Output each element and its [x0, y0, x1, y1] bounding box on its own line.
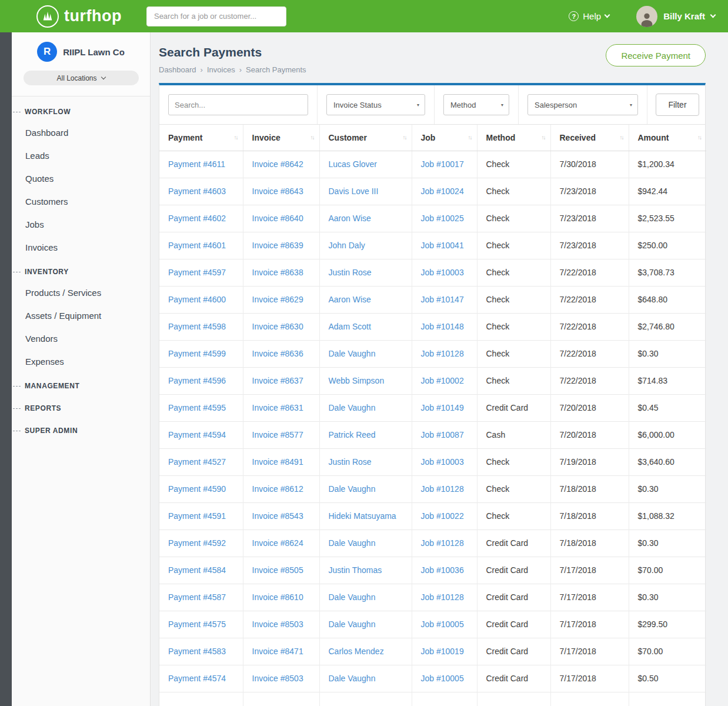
column-header-method[interactable]: Method↑↓ — [477, 125, 550, 151]
job-cell[interactable]: Job #10041 — [421, 241, 464, 250]
job-cell[interactable]: Job #10017 — [421, 159, 464, 169]
job-cell[interactable]: Job #10128 — [421, 484, 464, 494]
invoice-status-select[interactable]: Invoice Status ▾ — [326, 94, 425, 115]
sort-icon[interactable]: ↑↓ — [403, 134, 406, 141]
invoice-cell[interactable]: Invoice #8543 — [252, 511, 303, 521]
invoice-cell[interactable]: Invoice #8629 — [252, 295, 303, 304]
payments-search-input[interactable] — [168, 94, 308, 115]
customer-cell[interactable]: Dale Vaughn — [329, 403, 376, 412]
customer-cell[interactable]: Davis Love III — [329, 187, 379, 196]
job-cell[interactable]: Job #10149 — [421, 403, 464, 412]
invoice-cell[interactable]: Invoice #8610 — [252, 592, 303, 602]
column-header-amount[interactable]: Amount↑↓ — [629, 125, 706, 151]
payment-cell[interactable]: Payment #4598 — [168, 322, 226, 331]
job-cell[interactable]: Job #10003 — [421, 457, 464, 467]
job-cell[interactable]: Job #10147 — [421, 295, 464, 304]
invoice-cell[interactable]: Invoice #8639 — [252, 241, 303, 250]
job-cell[interactable]: Job #10036 — [421, 565, 464, 575]
job-cell[interactable]: Job #10128 — [421, 538, 464, 548]
payment-cell[interactable]: Payment #4592 — [168, 538, 226, 548]
breadcrumb-item-dashboard[interactable]: Dashboard — [159, 65, 196, 74]
invoice-cell[interactable]: Invoice #8505 — [252, 565, 303, 575]
payment-cell[interactable]: Payment #4603 — [168, 187, 226, 196]
column-header-payment[interactable]: Payment↑↓ — [159, 125, 243, 151]
invoice-cell[interactable]: Invoice #8643 — [252, 187, 303, 196]
customer-cell[interactable]: Dale Vaughn — [329, 592, 376, 602]
payment-cell[interactable]: Payment #4587 — [168, 592, 226, 602]
customer-cell[interactable]: John Daly — [329, 241, 365, 250]
customer-cell[interactable]: Patrick Reed — [329, 430, 376, 439]
sidebar-section-workflow[interactable]: WORKFLOW — [12, 99, 150, 121]
payment-cell[interactable]: Payment #4597 — [168, 268, 226, 277]
job-cell[interactable]: Job #10148 — [421, 322, 464, 331]
filter-button[interactable]: Filter — [656, 94, 699, 116]
sidebar-item-leads[interactable]: Leads — [12, 144, 150, 167]
sidebar-item-invoices[interactable]: Invoices — [12, 236, 150, 259]
sidebar-section-reports[interactable]: REPORTS — [12, 395, 150, 418]
customer-cell[interactable]: Aaron Wise — [329, 214, 371, 223]
payment-cell[interactable]: Payment #4596 — [168, 376, 226, 385]
column-header-customer[interactable]: Customer↑↓ — [319, 125, 412, 151]
customer-cell[interactable]: Aaron Wise — [329, 295, 371, 304]
invoice-cell[interactable]: Invoice #8636 — [252, 349, 303, 358]
column-header-job[interactable]: Job↑↓ — [412, 125, 477, 151]
payment-cell[interactable]: Payment #4601 — [168, 241, 226, 250]
column-header-received[interactable]: Received↑↓ — [550, 125, 629, 151]
sort-icon[interactable]: ↑↓ — [542, 134, 545, 141]
job-cell[interactable]: Job #10002 — [421, 376, 464, 385]
job-cell[interactable]: Job #10005 — [421, 674, 464, 683]
payment-cell[interactable]: Payment #4527 — [168, 457, 226, 467]
brand-logo[interactable]: turfhop — [36, 5, 122, 28]
invoice-cell[interactable]: Invoice #8612 — [252, 484, 303, 494]
user-menu[interactable]: Billy Kraft — [636, 6, 715, 27]
sort-icon[interactable]: ↑↓ — [697, 134, 701, 141]
salesperson-select[interactable]: Salesperson ▾ — [527, 94, 638, 115]
sidebar-item-assets-equipment[interactable]: Assets / Equipment — [12, 304, 150, 327]
payment-cell[interactable]: Payment #4599 — [168, 349, 226, 358]
payment-cell[interactable]: Payment #4594 — [168, 430, 226, 439]
customer-cell[interactable]: Carlos Mendez — [329, 647, 384, 656]
sort-icon[interactable]: ↑↓ — [620, 134, 623, 141]
invoice-cell[interactable]: Invoice #8624 — [252, 538, 303, 548]
sidebar-item-expenses[interactable]: Expenses — [12, 350, 150, 373]
customer-cell[interactable]: Dale Vaughn — [329, 349, 376, 358]
invoice-cell[interactable]: Invoice #8577 — [252, 430, 303, 439]
invoice-cell[interactable]: Invoice #8471 — [252, 647, 303, 656]
invoice-cell[interactable]: Invoice #8631 — [252, 403, 303, 412]
job-cell[interactable]: Job #10024 — [421, 187, 464, 196]
customer-cell[interactable]: Justin Rose — [329, 268, 372, 277]
payment-cell[interactable]: Payment #4591 — [168, 511, 226, 521]
job-cell[interactable]: Job #10128 — [421, 592, 464, 602]
company-selector[interactable]: R RIIPL Lawn Co — [21, 42, 141, 62]
invoice-cell[interactable]: Invoice #8491 — [252, 457, 303, 467]
sort-icon[interactable]: ↑↓ — [468, 134, 472, 141]
breadcrumb-item-invoices[interactable]: Invoices — [207, 65, 235, 74]
sidebar-item-vendors[interactable]: Vendors — [12, 327, 150, 350]
sidebar-section-management[interactable]: MANAGEMENT — [12, 373, 150, 395]
invoice-cell[interactable]: Invoice #8638 — [252, 268, 303, 277]
customer-cell[interactable]: Adam Scott — [329, 322, 371, 331]
method-select[interactable]: Method ▾ — [443, 94, 509, 115]
receive-payment-button[interactable]: Receive Payment — [606, 44, 706, 66]
global-search-input[interactable] — [146, 6, 286, 26]
payment-cell[interactable]: Payment #4574 — [168, 674, 226, 683]
invoice-cell[interactable]: Invoice #8640 — [252, 214, 303, 223]
invoice-cell[interactable]: Invoice #8642 — [252, 159, 303, 169]
help-menu[interactable]: ? Help — [569, 11, 609, 21]
payment-cell[interactable]: Payment #4602 — [168, 214, 226, 223]
sidebar-item-jobs[interactable]: Jobs — [12, 213, 150, 236]
sidebar-item-customers[interactable]: Customers — [12, 190, 150, 213]
customer-cell[interactable]: Dale Vaughn — [329, 674, 376, 683]
locations-dropdown[interactable]: All Locations — [24, 71, 139, 85]
job-cell[interactable]: Job #10025 — [421, 214, 464, 223]
payment-cell[interactable]: Payment #4590 — [168, 484, 226, 494]
sidebar-item-dashboard[interactable]: Dashboard — [12, 121, 150, 144]
sidebar-section-super-admin[interactable]: SUPER ADMIN — [12, 418, 150, 440]
payment-cell[interactable]: Payment #4583 — [168, 647, 226, 656]
payment-cell[interactable]: Payment #4595 — [168, 403, 226, 412]
customer-cell[interactable]: Justin Rose — [329, 457, 372, 467]
job-cell[interactable]: Job #10128 — [421, 349, 464, 358]
customer-cell[interactable]: Lucas Glover — [329, 159, 377, 169]
customer-cell[interactable]: Justin Thomas — [329, 565, 382, 575]
job-cell[interactable]: Job #10005 — [421, 620, 464, 629]
